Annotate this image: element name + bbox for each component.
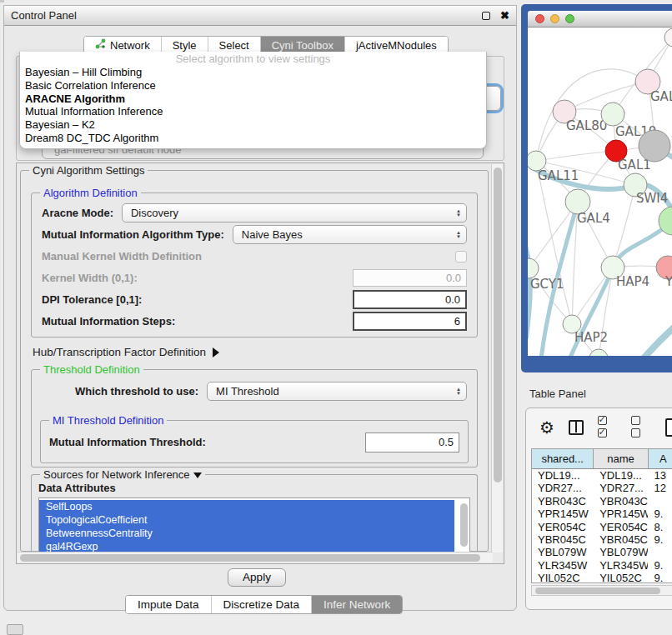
dropdown-placeholder: Select algorithm to view settings (20, 52, 486, 66)
network-node[interactable] (601, 102, 624, 126)
network-canvas[interactable]: GALGAL80GAL10GAL1GAL11SWI4GAL4HAP4YGCY1H… (528, 28, 672, 356)
mi-steps-field[interactable]: 6 (353, 312, 467, 331)
network-node-label: GAL80 (566, 118, 607, 133)
algorithm-definition-group: Algorithm Definition Aracne Mode: Discov… (31, 192, 478, 338)
table-cell (648, 495, 672, 508)
column-header-name[interactable]: name (594, 449, 648, 468)
network-node-label: Y (664, 274, 672, 289)
network-node[interactable] (664, 28, 672, 47)
control-panel-window: Control Panel ✖ gal-filtered sif default… (3, 5, 517, 611)
dropdown-item[interactable]: Mutual Information Inference (20, 105, 486, 118)
tab-impute-data[interactable]: Impute Data (126, 596, 212, 613)
deselect-all-columns-icon[interactable] (631, 415, 651, 440)
group-title: Algorithm Definition (40, 187, 141, 199)
scrollbar-thumb[interactable] (494, 168, 502, 482)
table-cell: 13 (648, 469, 672, 482)
combo-spinner-icon: ▲▼ (456, 231, 461, 239)
dropdown-item[interactable]: Bayesian – Hill Climbing (20, 66, 486, 79)
table-cell: 9. (648, 533, 672, 546)
column-header-clipped[interactable]: A (649, 449, 672, 468)
dpi-tolerance-label: DPI Tolerance [0,1]: (42, 293, 142, 306)
float-panel-icon[interactable] (482, 12, 490, 20)
table-row[interactable]: YBR043CYBR043C (532, 495, 672, 508)
mi-threshold-field[interactable]: 0.5 (365, 432, 459, 452)
network-graph: GALGAL80GAL10GAL1GAL11SWI4GAL4HAP4YGCY1H… (528, 28, 672, 356)
list-item[interactable]: TopologicalCoefficient (39, 513, 454, 527)
dropdown-item[interactable]: Bayesian – K2 (20, 118, 486, 132)
settings-horizontal-scrollbar[interactable] (18, 552, 493, 562)
zoom-traffic-icon[interactable] (565, 14, 574, 23)
export-table-icon[interactable] (665, 418, 672, 437)
dropdown-item[interactable]: Basic Correlation Inference (20, 79, 486, 92)
sources-title: Sources for Network Inference (43, 468, 190, 481)
column-header-shared-name[interactable]: shared... (532, 449, 594, 468)
network-node[interactable] (589, 349, 608, 356)
combo-value: Naive Bayes (242, 228, 456, 241)
sources-collapser[interactable]: Sources for Network Inference (40, 468, 205, 481)
network-node-label: GCY1 (530, 277, 564, 292)
which-threshold-combo[interactable]: MI Threshold ▲▼ (207, 382, 467, 401)
table-cell: YDR27... (594, 482, 648, 494)
table-row[interactable]: YER054CYER054C8. (532, 521, 672, 533)
hub-definition-expander[interactable]: Hub/Transcription Factor Definition (33, 346, 219, 358)
table-row[interactable]: YDL19...YDL19...13 (532, 469, 672, 482)
table-toolbar: ⚙ (526, 408, 672, 447)
dropdown-item-selected[interactable]: ARACNE Algorithm (20, 92, 486, 106)
table-cell: YDL19... (532, 469, 594, 482)
network-node[interactable] (528, 258, 539, 278)
table-cell: 12 (648, 482, 672, 494)
table-header-row: shared... name A (532, 449, 672, 469)
table-row[interactable]: YDR27...YDR27...12 (532, 482, 672, 494)
sources-group: Sources for Network Inference Data Attri… (31, 474, 478, 561)
network-node[interactable] (639, 130, 670, 162)
select-all-columns-icon[interactable] (598, 415, 618, 440)
table-row[interactable]: YPR145WYPR145W9. (532, 508, 672, 520)
tab-infer-network[interactable]: Infer Network (312, 596, 402, 613)
table-cell: YBR043C (532, 495, 594, 508)
close-traffic-icon[interactable] (535, 14, 544, 23)
columns-icon[interactable] (569, 420, 584, 435)
minimized-panel-icon[interactable] (7, 624, 23, 635)
table-row[interactable]: YLR345WYLR345W9. (532, 559, 672, 572)
dpi-tolerance-field[interactable]: 0.0 (353, 290, 467, 309)
network-view-titlebar (528, 11, 672, 28)
table-row[interactable]: YBL079WYBL079W (532, 546, 672, 558)
list-item[interactable]: SelfLoops (39, 500, 454, 513)
network-view-window[interactable]: GALGAL80GAL10GAL1GAL11SWI4GAL4HAP4YGCY1H… (521, 4, 672, 372)
group-title: Threshold Definition (40, 363, 143, 376)
network-edge[interactable] (536, 151, 616, 161)
aracne-mode-combo[interactable]: Discovery ▲▼ (122, 203, 467, 222)
table-cell: YPR145W (532, 508, 594, 520)
network-edge-thick[interactable] (643, 321, 672, 356)
table-row[interactable]: YIL052CYIL052C9. (532, 572, 672, 583)
list-scrollbar[interactable] (460, 503, 468, 547)
table-cell: YBR045C (594, 533, 648, 546)
gear-icon[interactable]: ⚙ (539, 419, 554, 436)
dropdown-item[interactable]: Dream8 DC_TDC Algorithm (20, 132, 486, 145)
mi-threshold-group: MI Threshold Definition Mutual Informati… (40, 420, 469, 463)
manual-kernel-checkbox[interactable] (455, 251, 467, 262)
mi-type-combo[interactable]: Naive Bayes ▲▼ (233, 225, 467, 244)
table-panel-window: ⚙ shared... name A YDL19...YDL19...13YDR… (525, 408, 672, 610)
which-threshold-label: Which threshold to use: (75, 385, 198, 398)
combo-spinner-icon: ▲▼ (456, 209, 461, 218)
tab-discretize-data[interactable]: Discretize Data (212, 596, 313, 613)
close-icon[interactable]: ✖ (500, 9, 509, 22)
table-cell: YDR27... (532, 482, 594, 494)
node-table: shared... name A YDL19...YDL19...13YDR27… (531, 448, 672, 583)
settings-vertical-scrollbar[interactable] (491, 164, 503, 552)
kernel-width-label: Kernel Width (0,1): (42, 272, 138, 284)
group-title: MI Threshold Definition (49, 414, 167, 427)
kernel-width-field: 0.0 (353, 269, 467, 287)
scrollbar-thumb[interactable] (20, 554, 480, 562)
table-row[interactable]: YBR045CYBR045C9. (532, 533, 672, 546)
network-node-label: GAL (650, 89, 672, 104)
table-horizontal-scrollbar[interactable] (531, 585, 672, 596)
table-cell: YER054C (532, 521, 594, 533)
list-item[interactable]: BetweennessCentrality (39, 527, 454, 540)
scrollbar-thumb[interactable] (535, 588, 660, 594)
network-node-label: HAP4 (616, 274, 649, 289)
minimize-traffic-icon[interactable] (550, 14, 559, 23)
network-node-label: GAL4 (577, 211, 610, 226)
apply-button[interactable]: Apply (228, 568, 286, 587)
